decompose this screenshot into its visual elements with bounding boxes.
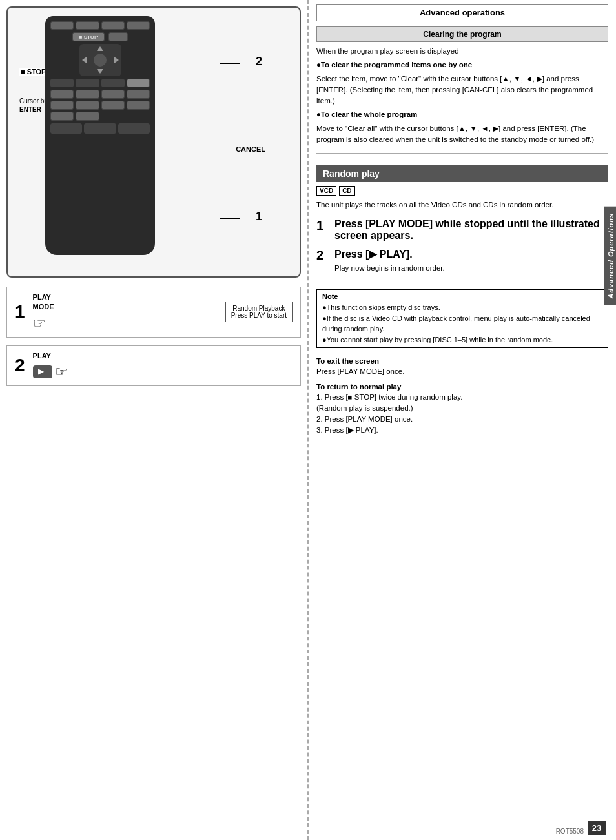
- note1: ●This function skips empty disc trays.: [322, 302, 602, 313]
- numpad: [50, 90, 150, 121]
- stop-button-rc: ■ STOP: [72, 32, 105, 41]
- rc-extra-btn: [108, 32, 128, 41]
- step2-number: 2: [15, 355, 25, 376]
- nav-center-btn: [94, 54, 107, 67]
- nav-cluster: [79, 44, 121, 76]
- step1-number: 1: [15, 302, 25, 322]
- step1-label: PLAYMODE: [33, 292, 54, 312]
- note-title: Note: [322, 292, 602, 300]
- exit-section: To exit the screen Press [PLAY MODE] onc…: [316, 357, 608, 377]
- rc-btn-2: [76, 21, 99, 30]
- num6: [76, 101, 99, 110]
- return-step1b: (Random play is suspended.): [316, 403, 608, 414]
- rc-bot-1: [50, 123, 82, 134]
- sidebar-label: Advanced Operations: [604, 207, 616, 305]
- vcd-badge: VCD: [316, 186, 336, 196]
- rc-row2: [50, 79, 150, 87]
- rc-btn-4: [127, 21, 150, 30]
- note2: ●If the disc is a Video CD with playback…: [322, 313, 602, 334]
- divider-2: [316, 280, 608, 280]
- cd-badge: CD: [339, 186, 354, 196]
- rc-bot-2: [84, 123, 116, 134]
- num5: [50, 101, 74, 110]
- hand-icon-2: ☞: [55, 364, 68, 380]
- return-step1: 1. Press [■ STOP] twice during random pl…: [316, 392, 608, 403]
- nav-right-icon: [114, 57, 119, 63]
- step2-label: PLAY: [33, 351, 51, 361]
- num4: [127, 90, 150, 99]
- right-panel: Advanced operations Clearing the program…: [309, 0, 616, 840]
- stop-label: ■ STOP: [19, 68, 47, 76]
- cancel-label: CANCEL: [236, 145, 265, 153]
- num8: [127, 101, 150, 110]
- rc-btn-r2-1: [50, 79, 74, 87]
- rot-code: ROT5508: [556, 828, 584, 835]
- stop-row: ■ STOP: [50, 32, 150, 41]
- line-cancel: [185, 150, 210, 150]
- step2-play-row: ☞: [33, 364, 68, 380]
- hand-icon-1: ☞: [33, 315, 46, 332]
- nav-down-icon: [97, 69, 103, 74]
- num9: [50, 112, 74, 121]
- rc-btn-r2-3: [101, 79, 125, 87]
- cancel-btn-rc: [127, 79, 150, 87]
- nav-up-icon: [97, 46, 103, 51]
- num0: [76, 112, 99, 121]
- bullet1-head: ●To clear the programmed items one by on…: [316, 59, 608, 70]
- note-box: Note ●This function skips empty disc tra…: [316, 289, 608, 348]
- step1-hand: ☞: [33, 315, 46, 332]
- rc-btn-r2-2: [76, 79, 99, 87]
- exit-heading: To exit the screen: [316, 357, 608, 365]
- remote-section: ■ STOP Cursor buttons/ ENTER CANCEL 2 1: [6, 6, 301, 278]
- random-play-title: Random play: [316, 165, 608, 182]
- return-step3: 3. Press [▶ PLAY].: [316, 425, 608, 436]
- left-panel: ■ STOP Cursor buttons/ ENTER CANCEL 2 1: [0, 0, 309, 840]
- sub-title: Clearing the program: [316, 26, 608, 42]
- play-button-icon: [33, 365, 52, 378]
- rc-btn-1: [50, 21, 74, 30]
- badge-row: VCD CD: [316, 186, 608, 196]
- random-desc: The unit plays the tracks on all the Vid…: [316, 200, 608, 210]
- step1-section: 1 PLAYMODE ☞ Random Playback Press PLAY …: [6, 287, 301, 338]
- nav-left-icon: [82, 57, 87, 63]
- note3: ●You cannot start play by pressing [DISC…: [322, 334, 602, 345]
- section-title: Advanced operations: [316, 4, 608, 21]
- remote-wrapper: ■ STOP Cursor buttons/ ENTER CANCEL 2 1: [13, 13, 294, 278]
- num7: [101, 101, 125, 110]
- return-heading: To return to normal play: [316, 383, 608, 391]
- line-1: [220, 218, 240, 219]
- label-1-bottom: 1: [256, 210, 262, 223]
- step1-content: PLAYMODE ☞: [33, 292, 54, 332]
- remote-control: ■ STOP: [45, 16, 155, 255]
- bullet1-body: Select the item, move to "Clear" with th…: [316, 74, 608, 107]
- rc-btn-3: [101, 21, 125, 30]
- return-step2: 2. Press [PLAY MODE] once.: [316, 414, 608, 425]
- page-number: 23: [588, 821, 606, 835]
- rc-top-row: [50, 21, 150, 30]
- return-section: To return to normal play 1. Press [■ STO…: [316, 383, 608, 436]
- label-2-top: 2: [256, 55, 262, 68]
- line-2: [220, 63, 240, 64]
- right-step1-heading: 1 Press [PLAY MODE] while stopped until …: [316, 218, 608, 241]
- divider-1: [316, 153, 608, 154]
- bullet2-body: Move to "Clear all" with the cursor butt…: [316, 123, 608, 146]
- exit-text: Press [PLAY MODE] once.: [316, 366, 608, 377]
- rc-bottom-row: [50, 123, 150, 134]
- clearing-intro: When the program play screen is displaye…: [316, 46, 608, 57]
- step2-section: 2 PLAY ☞: [6, 345, 301, 386]
- right-step2-heading: 2 Press [▶ PLAY].: [316, 248, 608, 263]
- step2-subtext: Play now begins in random order.: [334, 264, 608, 272]
- num2: [76, 90, 99, 99]
- step1-screen: Random Playback Press PLAY to start: [225, 302, 293, 322]
- num3: [101, 90, 125, 99]
- rc-bot-3: [118, 123, 150, 134]
- bullet2-head: ●To clear the whole program: [316, 109, 608, 120]
- num1: [50, 90, 74, 99]
- step2-content: PLAY ☞: [33, 351, 68, 380]
